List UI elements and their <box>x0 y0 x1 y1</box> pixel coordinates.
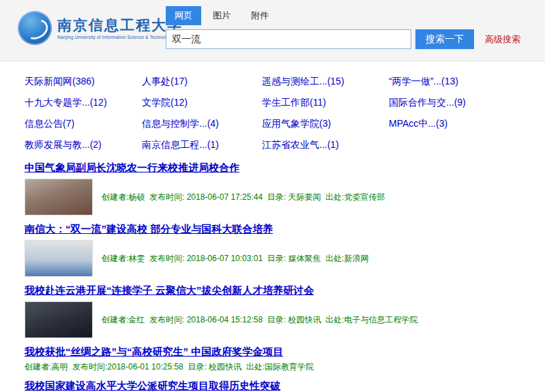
category-link[interactable]: 应用气象学院(3) <box>262 113 389 134</box>
university-name-en: Nanjing University of Information Scienc… <box>57 35 183 40</box>
search-area: 网页 图片 附件 搜索一下 高级搜索 <box>166 6 520 49</box>
category-link[interactable]: 教师发展与教...(2) <box>25 134 142 155</box>
category-link[interactable]: 南京信息工程...(1) <box>142 134 262 155</box>
category-link[interactable]: 文学院(12) <box>142 92 262 113</box>
category-filters: 天际新闻网(386) 人事处(17) 遥感与测绘工...(15) “两学一做”.… <box>25 71 525 155</box>
result-body: 创建者:林雯 发布时间: 2018-06-07 10:03:01 目录: 媒体聚… <box>25 240 525 277</box>
tab-images[interactable]: 图片 <box>204 6 239 25</box>
search-tabs: 网页 图片 附件 <box>166 6 520 25</box>
result-meta: 创建者:林雯 发布时间: 2018-06-07 10:03:01 目录: 媒体聚… <box>102 253 368 264</box>
search-result: 南信大：“双一流”建设高校 部分专业与国科大联合培养 创建者:林雯 发布时间: … <box>25 222 525 277</box>
header: 南京信息工程大学 Nanjing University of Informati… <box>0 0 545 61</box>
category-link[interactable]: 国际合作与交...(9) <box>389 92 503 113</box>
category-link[interactable]: 信息公告(7) <box>25 113 142 134</box>
result-thumbnail[interactable] <box>25 179 93 215</box>
university-name-cn: 南京信息工程大学 <box>57 16 183 33</box>
result-body: 创建者:金红 发布时间: 2018-06-04 15:12:58 目录: 校园快… <box>25 301 525 338</box>
category-link[interactable]: 遥感与测绘工...(15) <box>262 71 389 92</box>
search-row: 搜索一下 高级搜索 <box>166 29 520 49</box>
category-link[interactable]: 十九大专题学...(12) <box>25 92 142 113</box>
advanced-search-link[interactable]: 高级搜索 <box>485 33 520 46</box>
category-link[interactable]: MPAcc中...(3) <box>389 113 503 134</box>
result-meta: 创建者:金红 发布时间: 2018-06-04 15:12:58 目录: 校园快… <box>102 314 417 325</box>
result-title-link[interactable]: 我校国家建设高水平大学公派研究生项目取得历史性突破 <box>25 379 280 392</box>
search-result: 我校获批“丝绸之路”与“高校研究生” 中国政府奖学金项目 创建者:高明 发布时间… <box>25 345 525 372</box>
result-title-link[interactable]: 南信大：“双一流”建设高校 部分专业与国科大联合培养 <box>25 222 273 236</box>
category-link[interactable]: 学生工作部(11) <box>262 92 389 113</box>
category-link[interactable]: 江苏省农业气...(1) <box>262 134 389 155</box>
main-content: 天际新闻网(386) 人事处(17) 遥感与测绘工...(15) “两学一做”.… <box>0 71 545 392</box>
result-title-link[interactable]: 我校获批“丝绸之路”与“高校研究生” 中国政府奖学金项目 <box>25 345 283 359</box>
category-link[interactable]: 天际新闻网(386) <box>25 71 142 92</box>
university-logo-text: 南京信息工程大学 Nanjing University of Informati… <box>57 16 183 40</box>
search-result: 我校赴连云港开展“连接学子 云聚信大”拔尖创新人才培养研讨会 创建者:金红 发布… <box>25 284 525 338</box>
category-link[interactable]: 信息与控制学...(4) <box>142 113 262 134</box>
search-results: 中国气象局副局长沈晓农一行来校推进局校合作 创建者:杨硕 发布时间: 2018-… <box>25 161 525 392</box>
search-button[interactable]: 搜索一下 <box>415 29 474 49</box>
result-title-link[interactable]: 中国气象局副局长沈晓农一行来校推进局校合作 <box>25 161 239 175</box>
result-title-link[interactable]: 我校赴连云港开展“连接学子 云聚信大”拔尖创新人才培养研讨会 <box>25 284 314 297</box>
tab-webpage[interactable]: 网页 <box>166 6 201 25</box>
search-input[interactable] <box>166 29 411 49</box>
result-meta: 创建者:杨硕 发布时间: 2018-06-07 17:25:44 目录: 天际要… <box>102 192 385 202</box>
category-link[interactable]: 人事处(17) <box>142 71 262 92</box>
tab-attachments[interactable]: 附件 <box>242 6 278 25</box>
university-logo-icon <box>18 11 52 45</box>
search-result: 中国气象局副局长沈晓农一行来校推进局校合作 创建者:杨硕 发布时间: 2018-… <box>25 161 525 215</box>
university-logo[interactable]: 南京信息工程大学 Nanjing University of Informati… <box>18 11 183 45</box>
search-result: 我校国家建设高水平大学公派研究生项目取得历史性突破 创建者:林雯 发布时间:20… <box>25 379 525 392</box>
result-thumbnail[interactable] <box>25 301 93 338</box>
result-thumbnail[interactable] <box>25 240 93 277</box>
result-body: 创建者:杨硕 发布时间: 2018-06-07 17:25:44 目录: 天际要… <box>25 179 525 215</box>
category-link[interactable]: “两学一做”...(13) <box>389 71 503 92</box>
result-meta: 创建者:高明 发布时间:2018-06-01 10:25:58 目录: 校园快讯… <box>25 361 525 372</box>
